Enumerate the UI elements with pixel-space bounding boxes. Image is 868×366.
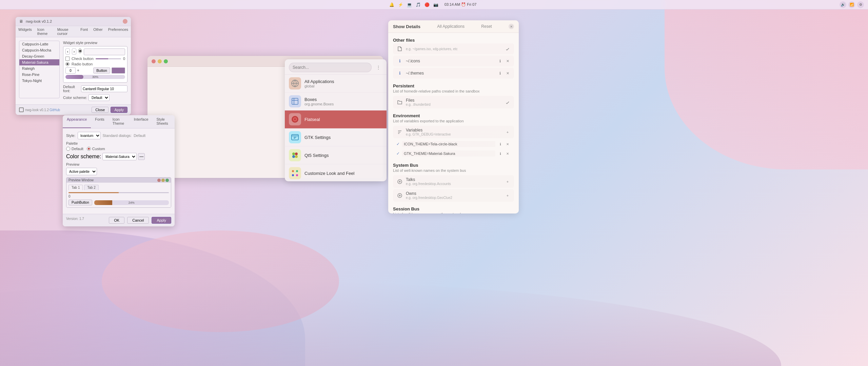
- flatseal-max-btn[interactable]: [164, 59, 168, 63]
- taskbar-network-icon[interactable]: 📶: [848, 1, 855, 8]
- taskbar-icon-camera[interactable]: 📷: [433, 2, 439, 8]
- theme-raleigh[interactable]: Raleigh: [19, 65, 59, 72]
- system-bus-owns-add[interactable]: +: [505, 192, 511, 199]
- menu-preferences[interactable]: Preferences: [105, 26, 131, 37]
- tab-appearance[interactable]: Appearance: [63, 115, 91, 128]
- kv-radio-default[interactable]: Default: [66, 147, 83, 151]
- menu-widgets[interactable]: Widgets: [16, 26, 35, 37]
- btn-button[interactable]: Button: [93, 67, 110, 74]
- app-item-flatseal[interactable]: Flatseal: [285, 110, 387, 128]
- theme-decay-green[interactable]: Decay-Green: [19, 53, 59, 59]
- theme-tokyo-night[interactable]: Tokyo-Night: [19, 78, 59, 84]
- kv-style-select[interactable]: kvantum: [78, 132, 101, 139]
- themes-remove-btn[interactable]: ✕: [505, 70, 511, 76]
- kv-apply-btn[interactable]: Apply: [152, 217, 171, 224]
- flatseal-search-input[interactable]: [289, 63, 372, 72]
- color-scheme-select[interactable]: Default: [88, 94, 110, 101]
- tab-interface[interactable]: Interface: [130, 115, 153, 128]
- nwg-github-link[interactable]: GitHub: [50, 108, 60, 112]
- flatseal-detail-panel: Show Details All Applications Reset ✕ Ot…: [388, 20, 519, 214]
- detail-system-bus: System Bus List of well-known names on t…: [393, 163, 514, 202]
- check-slider[interactable]: [96, 58, 121, 59]
- check-button-checkbox[interactable]: [65, 57, 70, 61]
- kv-pw-close[interactable]: [157, 179, 161, 182]
- flatseal-min-btn[interactable]: [158, 59, 162, 63]
- menu-mouse-cursor[interactable]: Mouse cursor: [55, 26, 78, 37]
- menu-icon-theme[interactable]: Icon theme: [35, 26, 55, 37]
- icons-remove-btn[interactable]: ✕: [505, 58, 511, 64]
- themes-text: ~/.themes: [406, 71, 494, 76]
- icons-item: ℹ ~/.icons ℹ ✕: [393, 56, 514, 66]
- kv-pw-value: 0: [68, 195, 71, 198]
- app-item-qt5-settings[interactable]: Qt5 Settings: [285, 146, 387, 164]
- kv-minus-btn[interactable]: —: [138, 153, 145, 160]
- menu-other[interactable]: Other: [91, 26, 105, 37]
- kv-pw-max[interactable]: [165, 179, 169, 182]
- nav-back-btn[interactable]: ‹: [65, 48, 70, 55]
- kv-cs-select[interactable]: Material-Sakura: [102, 153, 137, 160]
- env-var-icon-theme-check[interactable]: ✓: [396, 142, 400, 146]
- detail-persistent: Persistent List of homedir-relative path…: [393, 83, 514, 108]
- kv-push-button[interactable]: PushButton: [68, 200, 92, 205]
- app-item-all-applications[interactable]: All Applications global: [285, 75, 387, 93]
- color-preview[interactable]: [112, 67, 125, 74]
- kv-radio-custom[interactable]: Custom: [87, 147, 105, 151]
- env-var-icon-theme-info[interactable]: ℹ: [497, 141, 504, 147]
- env-var-gtk-theme-remove[interactable]: ✕: [505, 150, 511, 157]
- detail-close-button[interactable]: ✕: [509, 24, 514, 29]
- tab-fonts[interactable]: Fonts: [91, 115, 108, 128]
- env-add-btn[interactable]: +: [505, 129, 511, 135]
- kv-radio-custom-btn[interactable]: [87, 147, 91, 151]
- kvantum-body: Style: kvantum Standard dialogs: Default…: [63, 128, 175, 214]
- kv-pw-tab2[interactable]: Tab 2: [84, 185, 98, 190]
- env-var-gtk-theme-check[interactable]: ✓: [396, 151, 400, 156]
- tab-icon-theme[interactable]: Icon Theme: [108, 115, 130, 128]
- system-bus-talks-sub: e.g. org.freedesktop.Accounts: [406, 182, 502, 186]
- persistent-add-btn[interactable]: [505, 99, 511, 105]
- tab-style-sheets[interactable]: Style Sheets: [153, 115, 175, 128]
- kv-pw-slider[interactable]: [68, 192, 169, 193]
- nwg-body: Catppucin-Latte Catppucin-Mocha Decay-Gr…: [16, 37, 131, 104]
- menu-font[interactable]: Font: [78, 26, 91, 37]
- env-var-icon-theme-remove[interactable]: ✕: [505, 141, 511, 147]
- theme-catppucin-latte[interactable]: Catppucin-Latte: [19, 41, 59, 47]
- taskbar-settings-icon[interactable]: ⚙: [857, 1, 864, 8]
- flatseal-close-btn[interactable]: [152, 59, 156, 63]
- env-var-gtk-theme-info[interactable]: ℹ: [497, 150, 504, 157]
- theme-catppucin-mocha[interactable]: Catppucin-Mocha: [19, 47, 59, 53]
- icons-info-btn[interactable]: ℹ: [497, 58, 503, 64]
- kv-pw-title: Preview Window: [68, 178, 94, 182]
- taskbar-icon-4[interactable]: 🎵: [415, 2, 421, 8]
- flatseal-menu-button[interactable]: ⋮: [374, 63, 382, 72]
- detail-reset-button[interactable]: Reset: [481, 24, 492, 29]
- nwg-close-btn[interactable]: Close: [92, 107, 108, 113]
- taskbar-icon-1[interactable]: 🔔: [389, 2, 395, 8]
- taskbar-sound-icon[interactable]: 🔊: [840, 1, 846, 8]
- kv-cancel-btn[interactable]: Cancel: [127, 217, 149, 224]
- kv-palette-select[interactable]: Active palette: [66, 168, 97, 175]
- other-files-add-icon[interactable]: [505, 46, 511, 52]
- nwg-apply-btn[interactable]: Apply: [111, 107, 127, 113]
- taskbar-icon-2[interactable]: ⚡: [398, 2, 404, 8]
- app-item-gtk-settings[interactable]: GTK Settings: [285, 128, 387, 146]
- taskbar-icon-3[interactable]: 💻: [407, 2, 413, 8]
- font-input[interactable]: [81, 85, 127, 92]
- system-bus-talks-add[interactable]: +: [505, 179, 511, 185]
- nwg-close-button[interactable]: [123, 19, 127, 24]
- theme-material-sakura[interactable]: Material-Sakura: [19, 59, 59, 65]
- taskbar-icon-recording[interactable]: 🔴: [424, 2, 430, 8]
- other-files-example-text: e.g. ~/games.iso, xdg-pictures, etc: [406, 47, 502, 51]
- theme-rose-pine[interactable]: Rose-Pine: [19, 72, 59, 78]
- nav-forward-btn[interactable]: ›: [72, 48, 76, 55]
- preview-input[interactable]: [84, 48, 125, 55]
- kv-pw-tab1[interactable]: Tab 1: [68, 185, 83, 190]
- kv-radio-custom-label: Custom: [92, 147, 105, 151]
- num-input[interactable]: [65, 67, 76, 74]
- themes-info-btn[interactable]: ℹ: [497, 70, 503, 76]
- app-item-boxes[interactable]: Boxes org.gnome.Boxes: [285, 93, 387, 110]
- kv-pw-min[interactable]: [161, 179, 165, 182]
- app-item-customize-look[interactable]: Customize Look and Feel: [285, 164, 387, 181]
- radio-btn[interactable]: [65, 62, 70, 66]
- kv-ok-btn[interactable]: OK: [109, 217, 124, 224]
- kv-radio-default-btn[interactable]: [66, 147, 70, 151]
